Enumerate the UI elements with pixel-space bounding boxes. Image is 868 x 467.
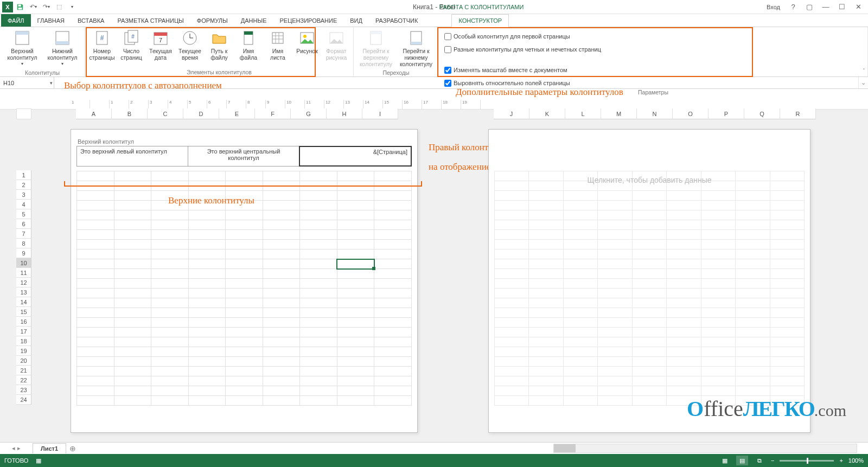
- svg-text:#: #: [131, 34, 135, 40]
- add-sheet-button[interactable]: ⊕: [66, 444, 79, 453]
- status-bar: ГОТОВО ▦ ▦ ▤ ⧉ − + 100%: [0, 454, 868, 467]
- tab-insert[interactable]: ВСТАВКА: [71, 14, 111, 27]
- collapse-ribbon-icon[interactable]: ˆ: [863, 68, 865, 74]
- page-count-icon: #: [123, 29, 140, 47]
- view-page-break-icon[interactable]: ⧉: [754, 456, 765, 465]
- redo-icon[interactable]: ↷▾: [40, 1, 52, 13]
- current-time-button[interactable]: Текущее время: [176, 28, 203, 62]
- page-count-button[interactable]: #Число страниц: [118, 28, 145, 62]
- horizontal-scrollbar[interactable]: [553, 444, 857, 453]
- page-number-button[interactable]: #Номер страницы: [88, 28, 116, 62]
- row-headers[interactable]: 123456789101112131415161718192021222324: [16, 170, 31, 405]
- maximize-icon[interactable]: ☐: [834, 1, 850, 13]
- zoom-level[interactable]: 100%: [848, 457, 864, 464]
- goto-footer-button[interactable]: Перейти к нижнему колонтитулу: [397, 28, 435, 68]
- view-normal-icon[interactable]: ▦: [719, 456, 731, 465]
- file-path-button[interactable]: Путь к файлу: [206, 28, 233, 62]
- view-page-layout-icon[interactable]: ▤: [736, 456, 748, 465]
- tab-page-layout[interactable]: РАЗМЕТКА СТРАНИЦЫ: [111, 14, 190, 27]
- header-right-input[interactable]: &[Страница]: [299, 146, 412, 167]
- group-label: Колонтитулы: [3, 68, 81, 77]
- format-picture-icon: [328, 29, 345, 47]
- annotation-bracket: [64, 181, 422, 187]
- header-section-label: Верхний колонтитул: [78, 138, 134, 145]
- group-options: Особый колонтитул для первой страницы Ра…: [439, 27, 868, 76]
- header-icon: [14, 29, 31, 47]
- column-headers[interactable]: JKLMNOPQR: [494, 108, 816, 119]
- minimize-icon[interactable]: —: [818, 1, 833, 13]
- file-name-button[interactable]: Имя файла: [235, 28, 262, 62]
- context-tab-title: РАБОТА С КОЛОНТИТУЛАМИ: [439, 4, 524, 10]
- chk-align-margins[interactable]: Выровнять относительно полей страницы: [442, 78, 864, 88]
- tab-review[interactable]: РЕЦЕНЗИРОВАНИЕ: [273, 14, 343, 27]
- chk-first-page[interactable]: Особый колонтитул для первой страницы: [442, 31, 864, 41]
- tab-data[interactable]: ДАННЫЕ: [234, 14, 273, 27]
- picture-icon: [298, 29, 316, 47]
- clock-icon: [181, 29, 199, 47]
- add-data-prompt: Щелкните, чтобы добавить данные: [489, 176, 810, 184]
- group-elements: #Номер страницы #Число страниц 7Текущая …: [85, 27, 354, 76]
- ribbon-options-icon[interactable]: ▢: [802, 1, 817, 13]
- header-button[interactable]: Верхний колонтитул ▾: [3, 28, 41, 68]
- zoom-in-icon[interactable]: +: [839, 457, 843, 464]
- qat-customize-icon[interactable]: ▾: [66, 1, 78, 13]
- cell-grid[interactable]: [76, 171, 412, 427]
- svg-text:7: 7: [159, 37, 162, 43]
- header-left-input[interactable]: Это верхний левый колонтитул: [77, 146, 188, 166]
- touch-mode-icon[interactable]: ⬚: [53, 1, 65, 13]
- goto-header-button: Перейти к верхнему колонтитулу: [357, 28, 395, 68]
- cell-grid[interactable]: [494, 171, 805, 427]
- footer-button[interactable]: Нижний колонтитул ▾: [43, 28, 81, 68]
- sheet-icon: [269, 29, 286, 47]
- folder-icon: [210, 29, 228, 47]
- tab-file[interactable]: ФАЙЛ: [1, 14, 31, 27]
- zoom-slider[interactable]: [780, 460, 834, 462]
- page-preview-2[interactable]: Щелкните, чтобы добавить данные: [488, 129, 810, 433]
- title-bar: X ↶▾ ↷▾ ⬚ ▾ Книга1 - Excel РАБОТА С КОЛО…: [0, 0, 868, 14]
- tab-design[interactable]: КОНСТРУКТОР: [451, 14, 509, 27]
- header-center-input[interactable]: Это верхний центральный колонтитул: [188, 146, 299, 166]
- tab-developer[interactable]: РАЗРАБОТЧИК: [369, 14, 424, 27]
- page-number-icon: #: [93, 29, 111, 47]
- sheet-name-button[interactable]: Имя листа: [264, 28, 291, 62]
- svg-rect-5: [56, 41, 69, 44]
- svg-rect-28: [371, 31, 381, 34]
- group-label: Параметры: [442, 88, 864, 97]
- undo-icon[interactable]: ↶▾: [27, 1, 39, 13]
- sheet-area: 112345678910111213141516171819 ABCDEFGHI…: [0, 100, 868, 454]
- svg-rect-19: [272, 33, 283, 43]
- column-headers[interactable]: ABCDEFGHI: [76, 108, 398, 119]
- close-icon[interactable]: ✕: [851, 1, 866, 13]
- chk-scale[interactable]: Изменять масштаб вместе с документом: [442, 65, 864, 75]
- tab-view[interactable]: ВИД: [343, 14, 369, 27]
- goto-header-icon: [367, 29, 385, 47]
- tab-home[interactable]: ГЛАВНАЯ: [31, 14, 71, 27]
- help-icon[interactable]: ?: [786, 1, 801, 13]
- zoom-out-icon[interactable]: −: [771, 457, 774, 464]
- select-all-corner[interactable]: [16, 108, 31, 119]
- macro-record-icon[interactable]: ▦: [36, 457, 41, 464]
- svg-rect-1: [18, 7, 22, 9]
- group-navigation: Перейти к верхнему колонтитулу Перейти к…: [354, 27, 439, 76]
- svg-rect-0: [18, 4, 21, 7]
- format-picture-button: Формат рисунка: [323, 28, 350, 62]
- svg-rect-30: [411, 42, 422, 44]
- header-boxes[interactable]: Это верхний левый колонтитул Это верхний…: [76, 146, 412, 167]
- svg-point-25: [303, 35, 307, 38]
- picture-button[interactable]: Рисунок: [293, 28, 321, 55]
- current-date-button[interactable]: 7Текущая дата: [147, 28, 174, 62]
- tab-formulas[interactable]: ФОРМУЛЫ: [190, 14, 234, 27]
- sheet-nav[interactable]: ◂ ▸: [0, 445, 33, 452]
- name-box[interactable]: H10▾: [0, 77, 54, 88]
- save-icon[interactable]: [14, 1, 26, 13]
- ribbon-tabs: ФАЙЛ ГЛАВНАЯ ВСТАВКА РАЗМЕТКА СТРАНИЦЫ Ф…: [0, 14, 868, 27]
- calendar-icon: 7: [152, 29, 169, 47]
- chk-odd-even[interactable]: Разные колонтитулы для четных и нечетных…: [442, 44, 864, 54]
- status-ready: ГОТОВО: [4, 457, 28, 464]
- footer-icon: [54, 29, 71, 47]
- login-link[interactable]: Вход: [767, 4, 780, 10]
- sheet-tab[interactable]: Лист1: [33, 443, 66, 453]
- quick-access-toolbar: X ↶▾ ↷▾ ⬚ ▾: [0, 1, 78, 13]
- file-icon: [240, 29, 257, 47]
- goto-footer-icon: [407, 29, 425, 47]
